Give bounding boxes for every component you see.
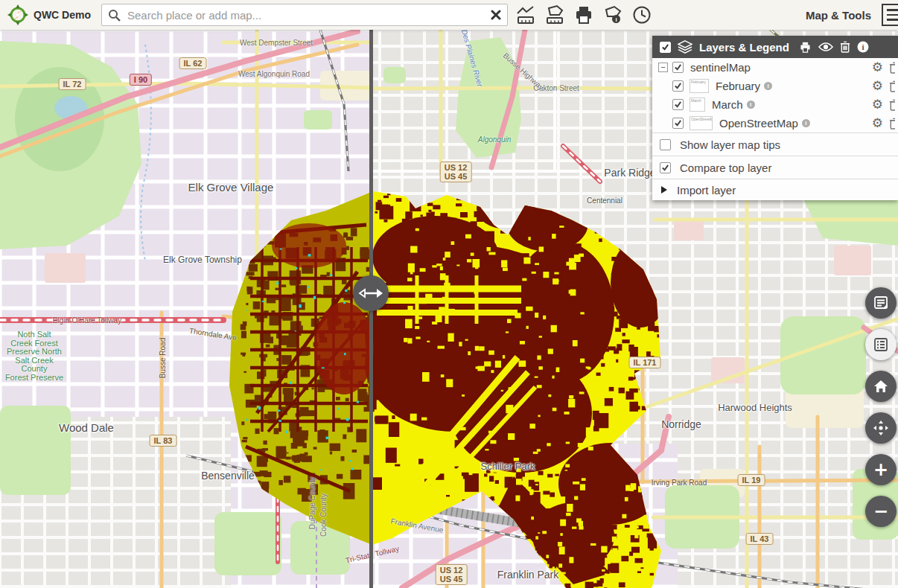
svg-text:i: i xyxy=(862,42,864,51)
trash-icon[interactable] xyxy=(840,41,850,53)
visibility-eye-icon[interactable] xyxy=(818,42,833,52)
print-icon[interactable] xyxy=(573,4,595,26)
layers-panel-header: Layers & Legend i xyxy=(652,36,898,58)
zoom-in-button[interactable]: + xyxy=(865,454,897,485)
layer-tree: −sentinelMap⚙FebruaryFebruaryi⚙MarchMarc… xyxy=(652,58,898,132)
option-label: Compare top layer xyxy=(680,162,771,174)
option-checkbox[interactable] xyxy=(660,162,671,173)
note-edit-icon xyxy=(873,295,889,311)
plus-icon: + xyxy=(873,461,888,479)
layer-settings-icon[interactable]: ⚙ xyxy=(872,98,883,111)
layer-checkbox[interactable] xyxy=(672,118,684,129)
import-layer-label: Import layer xyxy=(677,184,736,196)
layer-label[interactable]: February xyxy=(716,80,760,92)
time-icon[interactable] xyxy=(631,4,653,26)
layer-info-icon[interactable]: i xyxy=(802,119,810,127)
layer-row-OpenStreetMap[interactable]: OpenStreetMapOpenStreetMapi⚙ xyxy=(652,114,898,132)
layer-settings-icon[interactable]: ⚙ xyxy=(872,117,883,130)
option-show-layer-map-tips[interactable]: Show layer map tips xyxy=(652,132,898,156)
map-tools-menu-label[interactable]: Map & Tools xyxy=(806,9,871,22)
layer-info-icon[interactable]: i xyxy=(764,82,772,90)
option-checkbox[interactable] xyxy=(660,139,671,150)
layers-panel: Layers & Legend i −sentinelMap⚙FebruaryF… xyxy=(652,36,898,200)
info-icon[interactable]: i xyxy=(857,41,869,53)
panel-title: Layers & Legend xyxy=(699,41,789,54)
layer-label[interactable]: March xyxy=(712,98,743,111)
top-bar: QWC Demo xyxy=(0,0,898,30)
legend-list-icon xyxy=(873,336,889,353)
panel-master-checkbox[interactable] xyxy=(660,42,671,53)
clear-search-icon[interactable] xyxy=(491,10,501,20)
legend-thumbnail: February xyxy=(690,79,709,93)
option-label: Show layer map tips xyxy=(680,138,780,151)
layer-label[interactable]: OpenStreetMap xyxy=(719,117,798,130)
map-legend-button[interactable] xyxy=(865,329,897,360)
expand-arrow-icon xyxy=(661,186,667,194)
svg-text:i: i xyxy=(615,16,617,23)
edit-notes-button[interactable] xyxy=(865,287,897,319)
extent-icon xyxy=(872,419,890,437)
layers-icon xyxy=(678,40,692,54)
layer-row-March[interactable]: MarchMarchi⚙ xyxy=(652,95,898,114)
identify-region-icon[interactable]: i xyxy=(602,4,624,26)
layer-trash-icon-cut[interactable] xyxy=(889,99,895,111)
hamburger-menu-button[interactable] xyxy=(882,4,898,26)
app-logo[interactable]: QWC Demo xyxy=(0,4,101,25)
search-box[interactable] xyxy=(101,4,508,26)
compare-slider-handle[interactable] xyxy=(353,275,389,311)
search-icon xyxy=(108,9,121,22)
zoom-to-extent-button[interactable] xyxy=(865,412,897,444)
option-compare-top-layer[interactable]: Compare top layer xyxy=(652,156,898,179)
zoom-out-button[interactable]: − xyxy=(865,496,897,527)
layer-info-icon[interactable]: i xyxy=(747,100,755,109)
layer-trash-icon-cut[interactable] xyxy=(889,118,895,130)
print-legend-icon[interactable] xyxy=(799,41,812,54)
collapse-expander[interactable]: − xyxy=(658,63,668,72)
measure-icon[interactable] xyxy=(515,4,537,26)
layer-row-sentinelMap[interactable]: −sentinelMap⚙ xyxy=(652,58,898,77)
legend-thumbnail: OpenStreetMap xyxy=(690,116,713,130)
layer-checkbox[interactable] xyxy=(672,62,684,73)
layer-settings-icon[interactable]: ⚙ xyxy=(872,80,883,92)
draw-polygon-icon[interactable] xyxy=(544,4,566,26)
app-title: QWC Demo xyxy=(34,9,91,21)
home-icon xyxy=(873,378,889,394)
compass-logo-icon xyxy=(7,4,28,25)
layer-trash-icon-cut[interactable] xyxy=(889,80,895,92)
home-button[interactable] xyxy=(865,371,897,402)
layer-trash-icon-cut[interactable] xyxy=(889,62,895,74)
layer-settings-icon[interactable]: ⚙ xyxy=(872,61,883,74)
layer-row-February[interactable]: FebruaryFebruaryi⚙ xyxy=(652,77,898,95)
import-layer-row[interactable]: Import layer xyxy=(652,179,898,200)
minus-icon: − xyxy=(873,502,888,520)
left-right-arrows-icon xyxy=(358,287,383,300)
legend-thumbnail: March xyxy=(690,98,705,112)
layer-label[interactable]: sentinelMap xyxy=(690,61,751,74)
search-input[interactable] xyxy=(126,8,485,22)
layer-checkbox[interactable] xyxy=(672,80,684,92)
layer-checkbox[interactable] xyxy=(672,99,684,110)
